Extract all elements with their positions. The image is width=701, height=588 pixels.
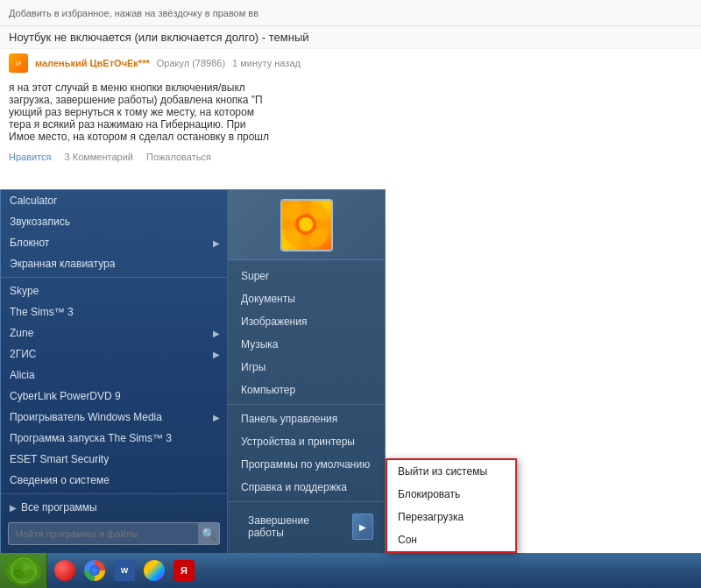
search-bar: 🔍 <box>8 522 220 545</box>
start-item-skype[interactable]: Skype <box>1 280 227 301</box>
taskbar-icons: W Я <box>47 556 202 584</box>
taskbar-icon-chrome[interactable] <box>81 556 109 584</box>
start-menu-items: Calculator Звукозапись Блокнот ▶ Экранна… <box>1 190 227 491</box>
start-item-cyberlink[interactable]: CyberLink PowerDVD 9 <box>1 386 227 407</box>
start-item-notepad[interactable]: Блокнот ▶ <box>1 232 227 253</box>
separator-2 <box>1 493 227 494</box>
paint-icon <box>144 560 165 581</box>
submenu-item-restart[interactable]: Перезагрузка <box>387 506 515 528</box>
taskbar: W Я <box>0 553 701 588</box>
right-item-computer[interactable]: Компьютер <box>228 379 385 401</box>
all-programs-button[interactable]: ▶ Все программы <box>1 497 227 518</box>
answer-text: я на этот случай в меню кнопки включения… <box>0 77 701 147</box>
right-item-help[interactable]: Справка и поддержка <box>228 476 385 499</box>
start-orb <box>5 556 42 585</box>
red-app-icon <box>54 560 75 581</box>
start-item-keyboard[interactable]: Экранная клавиатура <box>1 253 227 274</box>
user-avatar <box>280 199 333 251</box>
start-item-eset[interactable]: ESET Smart Security <box>1 449 227 470</box>
start-item-calculator[interactable]: Calculator <box>1 190 227 211</box>
notebook-title: Ноутбук не включается (или включается до… <box>9 31 309 44</box>
start-button[interactable] <box>0 553 47 588</box>
start-item-sims-launcher[interactable]: Программа запуска The Sims™ 3 <box>1 428 227 449</box>
right-item-super[interactable]: Super <box>228 265 385 287</box>
start-item-recorder[interactable]: Звукозапись <box>1 211 227 232</box>
start-menu-left: Calculator Звукозапись Блокнот ▶ Экранна… <box>0 189 228 553</box>
right-separator <box>228 404 385 405</box>
start-item-zune[interactable]: Zune ▶ <box>1 322 227 344</box>
yandex-icon: Я <box>173 560 195 581</box>
taskbar-icon-paint[interactable] <box>140 556 168 584</box>
windows-logo <box>11 557 37 584</box>
fav-hint: Добавить в избранное, нажав на звёздочку… <box>9 8 258 18</box>
shutdown-submenu: Выйти из системы Блокировать Перезагрузк… <box>386 458 517 553</box>
right-menu-items: Super Документы Изображения Музыка Игры … <box>228 260 385 553</box>
start-item-2gis[interactable]: 2ГИС ▶ <box>1 344 227 365</box>
avatar-image <box>282 201 331 250</box>
avatar: И <box>9 53 28 73</box>
reactions: Нравится 3 Комментарий Пожаловаться <box>0 147 701 166</box>
flower-icon <box>282 201 330 249</box>
arrow-icon-2gis: ▶ <box>213 350 220 359</box>
user-rank: Оракул (78986) <box>157 58 225 68</box>
shutdown-row: Завершение работы ▶ <box>228 505 385 549</box>
start-item-wmp[interactable]: Проигрыватель Windows Media ▶ <box>1 407 227 428</box>
start-menu-right: Super Документы Изображения Музыка Игры … <box>228 189 386 553</box>
arrow-icon-wmp: ▶ <box>213 413 220 422</box>
arrow-icon: ▶ <box>213 238 220 248</box>
username: маленький ЦвЕтОчЕк*** <box>35 58 150 68</box>
submenu-item-logout[interactable]: Выйти из системы <box>387 460 515 483</box>
start-item-sims[interactable]: The Sims™ 3 <box>1 301 227 322</box>
chrome-icon <box>84 560 105 581</box>
start-item-alicia[interactable]: Alicia <box>1 365 227 386</box>
comments-count[interactable]: 3 Комментарий <box>65 152 133 162</box>
separator-1 <box>1 277 227 278</box>
like-button[interactable]: Нравится <box>9 152 52 162</box>
user-info: И маленький ЦвЕтОчЕк*** Оракул (78986) 1… <box>0 49 701 77</box>
right-separator-2 <box>228 501 385 502</box>
submenu-item-lock[interactable]: Блокировать <box>387 483 515 506</box>
right-item-devices[interactable]: Устройства и принтеры <box>228 430 385 453</box>
right-item-music[interactable]: Музыка <box>228 333 385 356</box>
start-item-sysinfo[interactable]: Сведения о системе <box>1 470 227 491</box>
report-button[interactable]: Пожаловаться <box>146 152 211 162</box>
user-avatar-area <box>228 190 385 260</box>
taskbar-icon-red[interactable] <box>51 556 79 584</box>
right-item-documents[interactable]: Документы <box>228 287 385 310</box>
svg-point-9 <box>299 217 313 231</box>
taskbar-icon-word[interactable]: W <box>110 556 138 584</box>
search-button[interactable]: 🔍 <box>198 523 219 544</box>
shutdown-button[interactable]: Завершение работы <box>235 509 352 544</box>
word-icon: W <box>114 560 135 581</box>
right-item-images[interactable]: Изображения <box>228 310 385 333</box>
shutdown-arrow-button[interactable]: ▶ <box>352 514 373 540</box>
right-item-games[interactable]: Игры <box>228 356 385 379</box>
submenu-item-sleep[interactable]: Сон <box>387 528 515 551</box>
start-menu: Calculator Звукозапись Блокнот ▶ Экранна… <box>0 189 386 553</box>
right-item-defaults[interactable]: Программы по умолчанию <box>228 453 385 476</box>
web-header: Добавить в избранное, нажав на звёздочку… <box>0 0 701 26</box>
arrow-icon-zune: ▶ <box>213 329 220 338</box>
search-input[interactable] <box>9 525 198 542</box>
time-ago: 1 минуту назад <box>232 58 301 68</box>
taskbar-icon-yandex[interactable]: Я <box>170 556 198 584</box>
right-item-control-panel[interactable]: Панель управления <box>228 407 385 430</box>
